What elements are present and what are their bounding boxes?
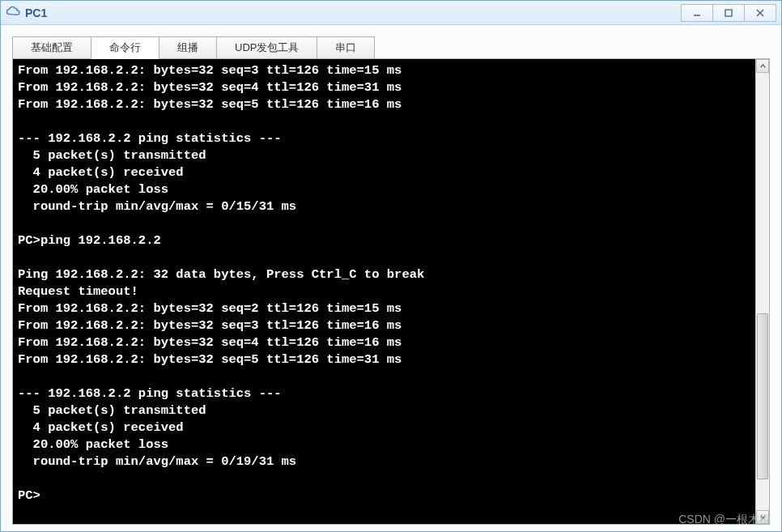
minimize-button[interactable]: [681, 4, 713, 22]
close-button[interactable]: [744, 4, 776, 22]
cloud-icon: [6, 6, 20, 20]
tab-basic-config[interactable]: 基础配置: [12, 36, 91, 59]
tab-command-line[interactable]: 命令行: [91, 36, 159, 59]
scroll-up-button[interactable]: [756, 59, 769, 73]
app-window: PC1 基础配置 命令行 组播 UDP发包工具 串口 From 192.168.…: [0, 0, 782, 532]
chevron-down-icon: [759, 513, 767, 521]
chevron-up-icon: [759, 62, 767, 70]
titlebar: PC1: [1, 1, 781, 25]
content-area: 基础配置 命令行 组播 UDP发包工具 串口 From 192.168.2.2:…: [1, 25, 781, 531]
tab-udp-tool[interactable]: UDP发包工具: [216, 36, 317, 59]
maximize-icon: [724, 8, 733, 18]
window-controls: [681, 4, 776, 22]
svg-rect-1: [725, 10, 732, 16]
terminal-output[interactable]: From 192.168.2.2: bytes=32 seq=3 ttl=126…: [13, 59, 755, 524]
minimize-icon: [692, 8, 702, 18]
tab-row: 基础配置 命令行 组播 UDP发包工具 串口: [12, 36, 770, 59]
tab-serial[interactable]: 串口: [317, 36, 375, 59]
close-icon: [755, 8, 765, 18]
tab-multicast[interactable]: 组播: [159, 36, 217, 59]
maximize-button[interactable]: [712, 4, 745, 22]
scroll-down-button[interactable]: [756, 510, 769, 524]
scroll-thumb[interactable]: [757, 313, 768, 479]
terminal-container: From 192.168.2.2: bytes=32 seq=3 ttl=126…: [12, 58, 770, 525]
window-title: PC1: [25, 6, 681, 19]
scrollbar: [755, 59, 769, 524]
app-icon: [6, 6, 20, 20]
